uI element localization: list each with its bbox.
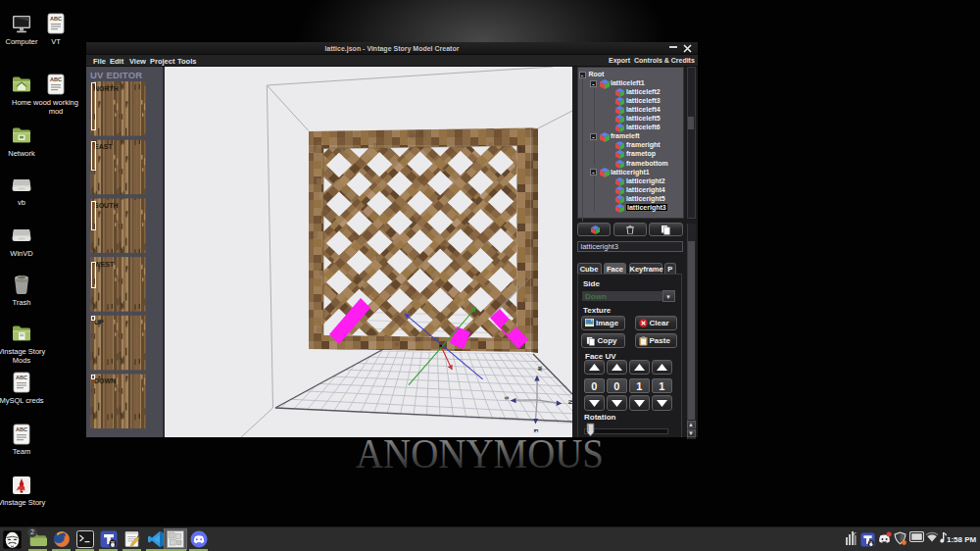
- svg-text:S: S: [504, 396, 510, 400]
- svg-text:ABC: ABC: [16, 375, 27, 380]
- svg-text:N: N: [567, 400, 572, 404]
- svg-text:ABC: ABC: [16, 426, 27, 432]
- svg-text:ABC: ABC: [50, 76, 62, 82]
- svg-text:W: W: [537, 367, 543, 372]
- svg-text:E: E: [533, 429, 539, 433]
- svg-text:ANONYMOUS: ANONYMOUS: [356, 430, 604, 476]
- svg-text:ABC: ABC: [50, 16, 62, 22]
